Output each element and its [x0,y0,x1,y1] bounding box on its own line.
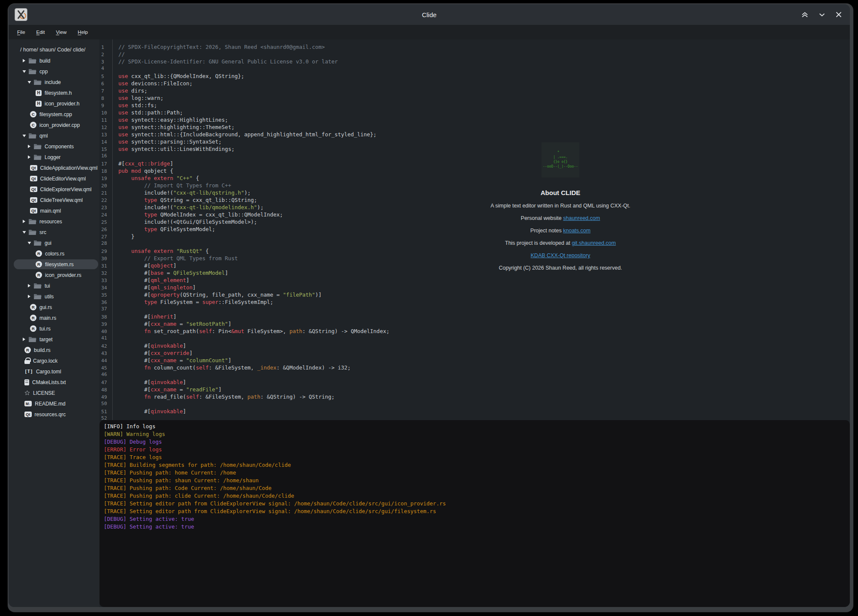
shade-window-button[interactable] [801,11,809,18]
titlebar[interactable]: Clide [9,4,850,25]
code-line[interactable]: 1// SPDX-FileCopyrightText: 2026, Shaun … [99,44,850,51]
tree-file-cargo-toml[interactable]: [T]Cargo.toml [9,366,99,377]
code-line[interactable]: 35 #[qproperty(QString, file_path, cxx_n… [99,291,850,299]
menu-item-file[interactable]: File [12,25,31,39]
tree-folder-resources[interactable]: resources [9,216,99,227]
tree-file-clidetreeview-qml[interactable]: QtClideTreeView.qml [9,195,99,205]
code-line[interactable]: 5use cxx_qt_lib::{QModelIndex, QString}; [99,73,850,80]
code-line[interactable]: 40 fn set_root_path(self: Pin<&mut FileS… [99,328,850,335]
folder-expanded-arrow-icon[interactable] [21,231,27,234]
code-line[interactable]: 46 [99,372,850,379]
code-line[interactable]: 51 #[qinvokable] [99,408,850,415]
tree-file-colors-rs[interactable]: Rcolors.rs [9,248,99,259]
minimize-window-button[interactable] [818,11,826,18]
tree-item-label: utils [45,294,54,300]
tree-folder-src[interactable]: src [9,227,99,237]
code-line[interactable]: 12use syntect::highlighting::ThemeSet; [99,124,850,131]
tree-file-resources-qrc[interactable]: Qtresources.qrc [9,409,99,420]
tree-file-main-qml[interactable]: Qtmain.qml [9,205,99,216]
line-number: 14 [99,139,112,145]
tree-file-readme-md[interactable]: M↓README.md [9,398,99,409]
tree-file-gui-rs[interactable]: Rgui.rs [9,302,99,313]
code-line[interactable]: 47 #[qinvokable] [99,379,850,386]
code-token: QModelIndex = cxx_qt_lib::QModelIndex; [160,211,283,218]
tree-file-filesystem-h[interactable]: Hfilesystem.h [9,87,99,98]
tree-file-clideexplorerview-qml[interactable]: QtClideExplorerView.qml [9,184,99,195]
tree-folder-tui[interactable]: tui [9,280,99,291]
code-line[interactable]: 45 fn column_count(self: &FileSystem, _i… [99,364,850,372]
menu-item-edit[interactable]: Edit [31,25,51,39]
tree-file-icon-provider-rs[interactable]: Ricon_provider.rs [9,270,99,280]
log-panel[interactable]: [INFO] Info logs[WARN] Warning logs[DEBU… [99,420,850,607]
code-line-text: use cxx_qt_lib::{QModelIndex, QString}; [112,73,244,79]
code-line[interactable]: 43 #[cxx_override] [99,350,850,357]
folder-collapsed-arrow-icon[interactable] [27,144,32,148]
code-line[interactable]: 33 #[qml_element] [99,277,850,284]
close-window-button[interactable] [835,11,842,18]
code-line[interactable]: 48 #[cxx_name = "readFile"] [99,386,850,394]
folder-expanded-arrow-icon[interactable] [27,241,32,245]
tree-folder-components[interactable]: Components [9,141,99,152]
tree-folder-include[interactable]: include [9,77,99,87]
folder-collapsed-arrow-icon[interactable] [27,294,32,298]
code-line[interactable]: 8use log::warn; [99,95,850,102]
code-line[interactable]: 36 type FileSystem = super::FileSystemIm… [99,299,850,306]
code-line[interactable]: 6use devicons::FileIcon; [99,80,850,87]
code-line[interactable]: 41 [99,335,850,343]
tree-file-build-rs[interactable]: Rbuild.rs [9,345,99,355]
tree-item-label: build.rs [34,347,51,353]
folder-collapsed-arrow-icon[interactable] [21,59,27,63]
code-line[interactable]: 52 [99,415,850,420]
folder-collapsed-arrow-icon[interactable] [21,219,27,223]
tree-file-clideeditorview-qml[interactable]: QtClideEditorView.qml [9,173,99,184]
tree-folder-target[interactable]: target [9,334,99,345]
tree-file-icon-provider-h[interactable]: Hicon_provider.h [9,98,99,109]
tree-folder-qml[interactable]: qml [9,130,99,141]
code-line[interactable]: 34 #[qml_singleton] [99,284,850,291]
app-icon[interactable] [15,8,27,21]
code-line[interactable]: 7use dirs; [99,87,850,95]
code-line[interactable]: 37 [99,306,850,313]
code-line[interactable]: 50 [99,401,850,408]
folder-expanded-arrow-icon[interactable] [27,81,32,84]
tree-file-icon-provider-cpp[interactable]: Cicon_provider.cpp [9,120,99,130]
code-line[interactable]: 42 #[qinvokable] [99,343,850,350]
code-line[interactable]: 13use syntect::html::{IncludeBackground,… [99,131,850,138]
personal-website-link[interactable]: shaunreed.com [563,215,600,221]
folder-collapsed-arrow-icon[interactable] [21,337,27,341]
code-line[interactable]: 9use std::fs; [99,102,850,109]
code-line[interactable]: 4 [99,66,850,73]
tree-folder-utils[interactable]: utils [9,291,99,302]
code-line[interactable]: 44 #[cxx_name = "columnCount"] [99,357,850,364]
tree-file-filesystem-cpp[interactable]: Cfilesystem.cpp [9,109,99,120]
tree-folder-gui[interactable]: gui [9,237,99,248]
project-notes-link[interactable]: knoats.com [563,228,590,234]
tree-file-filesystem-rs[interactable]: Rfilesystem.rs [9,259,99,270]
code-line[interactable]: 38 #[inherit] [99,313,850,321]
tree-folder-logger[interactable]: Logger [9,152,99,162]
code-line[interactable]: 39 #[cxx_name = "setRootPath"] [99,321,850,328]
git-repo-link[interactable]: git.shaunreed.com [572,240,616,246]
tree-file-cargo-lock[interactable]: Cargo.lock [9,355,99,366]
menu-item-view[interactable]: View [50,25,72,39]
code-line[interactable]: 10use std::path::Path; [99,109,850,117]
tree-file-cmakelists-txt[interactable]: CMakeLists.txt [9,377,99,388]
tree-folder-build[interactable]: build [9,55,99,66]
menu-item-help[interactable]: Help [72,25,93,39]
code-line[interactable]: 49 fn read_file(self: &FileSystem, path:… [99,394,850,401]
folder-expanded-arrow-icon[interactable] [21,134,27,138]
tree-file-tui-rs[interactable]: Rtui.rs [9,323,99,334]
code-line[interactable]: 11use syntect::easy::HighlightLines; [99,117,850,124]
code-editor[interactable]: 1// SPDX-FileCopyrightText: 2026, Shaun … [99,39,850,420]
folder-collapsed-arrow-icon[interactable] [27,155,32,159]
tree-file-clideapplicationview-qml[interactable]: QtClideApplicationView.qml [9,162,99,173]
code-line[interactable]: 3// SPDX-License-Identifier: GNU General… [99,58,850,66]
folder-expanded-arrow-icon[interactable] [21,70,27,73]
code-token: syntect::util::LinesWithEndings; [131,146,235,152]
folder-collapsed-arrow-icon[interactable] [27,284,32,288]
kdab-repo-link[interactable]: KDAB CXX-Qt repository [531,252,590,258]
code-line[interactable]: 2// [99,51,850,58]
tree-file-license[interactable]: LICENSE [9,388,99,398]
tree-folder-cpp[interactable]: cpp [9,66,99,77]
tree-file-main-rs[interactable]: Rmain.rs [9,313,99,323]
